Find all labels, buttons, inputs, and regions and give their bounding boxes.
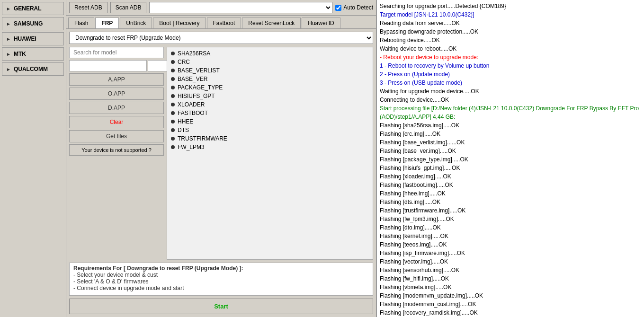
log-entry: Flashing [modemnvm_cust.img].....OK: [380, 300, 641, 308]
log-entry: Flashing [package_type.img].....OK: [380, 155, 641, 164]
file-list-label: HISIUFS_GPT: [178, 93, 215, 99]
list-item: SHA256RSA: [171, 49, 369, 58]
tab-reset-screenlock[interactable]: Reset ScreenLock: [242, 18, 301, 28]
log-entry: Reading data from server.....OK: [380, 19, 641, 27]
arrow-icon: ►: [6, 67, 11, 72]
auto-detect-label: Auto Detect: [343, 4, 373, 11]
log-entry: Flashing [sha256rsa.img].....OK: [380, 121, 641, 130]
tab-flash[interactable]: Flash: [68, 18, 94, 28]
log-entry: Searching for upgrade port.....Detected …: [380, 2, 641, 10]
scan-adb-button[interactable]: Scan ADB: [110, 2, 147, 13]
mode-select[interactable]: Downgrade to reset FRP (Upgrade Mode): [69, 32, 373, 44]
bullet-icon: [171, 128, 175, 132]
sidebar-item-general[interactable]: ► GENERAL: [2, 2, 64, 15]
sidebar-item-samsung[interactable]: ► SAMSUNG: [2, 17, 64, 30]
requirements-line: - Select your device model & cust: [73, 272, 369, 278]
auto-detect-area: Auto Detect: [335, 4, 373, 11]
sidebar-label-qualcomm: QUALCOMM: [14, 66, 48, 72]
bullet-icon: [171, 60, 175, 64]
log-entry: Waiting device to reboot.....OK: [380, 44, 641, 53]
log-entry: Flashing [kernel.img].....OK: [380, 232, 641, 240]
list-item: BASE_VERLIST: [171, 66, 369, 75]
sidebar-label-samsung: SAMSUNG: [14, 20, 43, 27]
port-select[interactable]: [149, 2, 332, 13]
d-app-button[interactable]: D.APP: [69, 102, 164, 114]
model-select-row: JSN-L21 10.0.0(C432) ▼: [69, 60, 164, 71]
tab-unbrick[interactable]: UnBrick: [120, 18, 152, 28]
o-app-button[interactable]: O.APP: [69, 88, 164, 100]
file-list-label: BASE_VERLIST: [178, 67, 220, 74]
bullet-icon: [171, 69, 175, 72]
list-item: FASTBOOT: [171, 109, 369, 117]
log-entry: Bypassing downgrade protection.....OK: [380, 27, 641, 36]
log-entry: Rebooting device.....OK: [380, 36, 641, 44]
start-button[interactable]: Start: [69, 299, 373, 314]
tab-frp[interactable]: FRP: [95, 18, 119, 28]
log-entry: Flashing [dts.img].....OK: [380, 198, 641, 206]
arrow-icon: ►: [6, 52, 11, 57]
support-button[interactable]: Your device is not supported ?: [69, 144, 164, 156]
log-entry: Flashing [dto.img].....OK: [380, 223, 641, 232]
log-entry: 3 - Press on (USB update mode): [380, 79, 641, 87]
log-entry: Connecting to device.....OK: [380, 96, 641, 104]
log-entry: Flashing [modemnvm_update.img].....OK: [380, 291, 641, 300]
log-entry: Flashing [teeos.img].....OK: [380, 240, 641, 249]
list-item: PACKAGE_TYPE: [171, 83, 369, 92]
log-entry: - Reboot your device to upgrade mode:: [380, 53, 641, 62]
reset-adb-button[interactable]: Reset ADB: [69, 2, 107, 13]
tab-huawei-id[interactable]: Huawei ID: [302, 18, 340, 28]
sidebar-label-mtk: MTK: [14, 51, 26, 57]
log-entry: Target model [JSN-L21 10.0.0(C432)]: [380, 10, 641, 19]
log-entry: 2 - Press on (Update mode): [380, 70, 641, 79]
requirements-line: - Select 'A & O & D' firmwares: [73, 278, 369, 285]
log-entry: Flashing [base_verlist.img]......OK: [380, 138, 641, 147]
log-entry: Flashing [xloader.img].....OK: [380, 172, 641, 181]
arrow-icon: ►: [6, 36, 11, 42]
log-entry: Flashing [vector.img].....OK: [380, 257, 641, 266]
list-item: TRUSTFIRMWARE: [171, 134, 369, 143]
bullet-icon: [171, 86, 175, 89]
log-entry: Flashing [isp_firmware.img].....OK: [380, 249, 641, 257]
requirements-box: Requirements For [ Downgrade to reset FR…: [69, 263, 373, 296]
log-entry: Flashing [trustfirmware.img].....OK: [380, 206, 641, 215]
auto-detect-checkbox[interactable]: [335, 5, 341, 11]
log-entry: Flashing [hhee.img].....OK: [380, 189, 641, 198]
bullet-icon: [171, 137, 175, 141]
file-list-label: PACKAGE_TYPE: [178, 84, 223, 91]
tab-boot-recovery[interactable]: Boot | Recovery: [153, 18, 206, 28]
file-list-label: FASTBOOT: [178, 110, 208, 116]
log-entry: Flashing [fw_hifi.img].....OK: [380, 274, 641, 283]
left-panel: JSN-L21 10.0.0(C432) ▼ A.APP O.APP D.APP…: [69, 47, 164, 260]
bullet-icon: [171, 111, 175, 115]
log-entry: Flashing [base_ver.img].....OK: [380, 147, 641, 155]
bullet-icon: [171, 77, 175, 81]
file-list-label: SHA256RSA: [178, 50, 210, 57]
file-list-label: CRC: [178, 59, 190, 65]
log-entry: Flashing [recovery_ramdisk.img].....OK: [380, 308, 641, 317]
sidebar-label-huawei: HUAWEI: [14, 35, 36, 42]
log-entry: Flashing [hisiufs_gpt.img].....OK: [380, 164, 641, 172]
list-item: HISIUFS_GPT: [171, 92, 369, 100]
requirements-line: - Connect device in upgrade mode and sta…: [73, 285, 369, 291]
list-item: BASE_VER: [171, 75, 369, 83]
bullet-icon: [171, 52, 175, 55]
middle-panel: JSN-L21 10.0.0(C432) ▼ A.APP O.APP D.APP…: [69, 47, 373, 260]
sidebar-item-mtk[interactable]: ► MTK: [2, 47, 64, 61]
sidebar-item-huawei[interactable]: ► HUAWEI: [2, 32, 64, 45]
model-name-input[interactable]: JSN-L21: [69, 60, 147, 71]
log-entry: Flashing [sensorhub.img].....OK: [380, 266, 641, 274]
file-list-label: XLOADER: [178, 101, 205, 108]
file-list-label: TRUSTFIRMWARE: [178, 135, 227, 142]
tab-fastboot[interactable]: Fastboot: [207, 18, 242, 28]
sidebar-item-qualcomm[interactable]: ► QUALCOMM: [2, 62, 64, 76]
clear-button[interactable]: Clear: [69, 116, 164, 128]
bullet-icon: [171, 120, 175, 123]
content-area: Downgrade to reset FRP (Upgrade Mode) JS…: [66, 29, 376, 317]
a-app-button[interactable]: A.APP: [69, 73, 164, 86]
search-model-input[interactable]: [69, 47, 164, 58]
get-files-button[interactable]: Get files: [69, 130, 164, 142]
file-list-label: HHEE: [178, 118, 193, 125]
bullet-icon: [171, 94, 175, 98]
sidebar: ► GENERAL ► SAMSUNG ► HUAWEI ► MTK ► QUA…: [0, 0, 66, 317]
list-item: FW_LPM3: [171, 143, 369, 151]
